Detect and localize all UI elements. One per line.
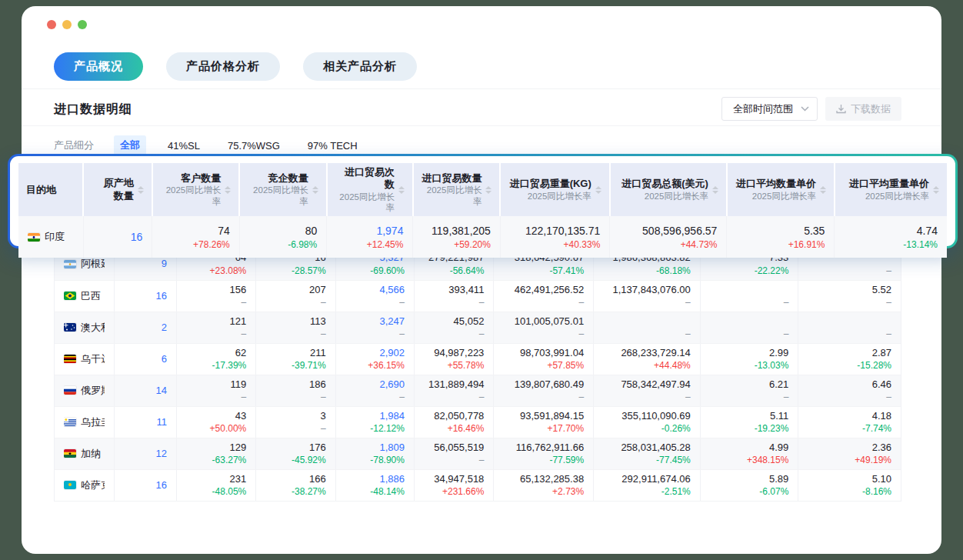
table-row-brazil: 巴西16156–207–4,566–393,411–462,491,256.52…: [55, 280, 901, 312]
minimize-window-icon[interactable]: [62, 20, 72, 29]
avg-quantity-price-cell: 4.99+348.15%: [700, 438, 798, 469]
flag-argentina-icon: [64, 260, 76, 268]
flag-kazakhstan-icon: [64, 481, 76, 489]
tab-bar: 产品概况产品价格分析相关产品分析: [54, 52, 417, 81]
filter-option-75.7%WSG[interactable]: 75.7%WSG: [222, 137, 286, 155]
trade-count-cell[interactable]: 1,984-12.12%: [335, 406, 414, 438]
origin-count-cell[interactable]: 2: [114, 312, 176, 343]
filter-label: 产品细分: [54, 138, 94, 152]
sort-icon[interactable]: [485, 186, 491, 194]
column-header-avg-quantity-price[interactable]: 进口平均数量单价2025同比增长率: [727, 163, 835, 216]
download-label: 下载数据: [851, 102, 891, 116]
sort-icon[interactable]: [138, 186, 144, 194]
tab-相关产品分析[interactable]: 相关产品分析: [303, 52, 417, 81]
filter-option-41%SL[interactable]: 41%SL: [162, 137, 206, 155]
flag-ghana-icon: [64, 449, 76, 458]
divider: [22, 125, 941, 126]
origin-count-cell[interactable]: 16: [114, 280, 176, 312]
trade-quantity-cell: 45,052–: [414, 312, 493, 343]
origin-count-cell[interactable]: 14: [114, 375, 176, 406]
sort-icon[interactable]: [312, 186, 318, 194]
table-controls: 全部时间范围 下载数据: [721, 97, 901, 121]
customer-count-cell: 231-48.05%: [176, 469, 255, 501]
origin-count-cell[interactable]: 16: [83, 216, 152, 258]
trade-count-cell[interactable]: 1,974+12.45%: [327, 216, 413, 258]
avg-quantity-price-cell: 5.89-6.07%: [700, 469, 798, 501]
highlighted-table-section: 目的地原产地数量客户数量2025同比增长率竞企数量2025同比增长率进口贸易次数…: [8, 154, 958, 248]
avg-weight-price-cell: –: [798, 312, 901, 343]
flag-uganda-icon: [64, 355, 76, 363]
destination-cell: 哈萨克斯坦: [55, 469, 114, 501]
destination-cell: 澳大利亚: [55, 312, 114, 343]
trade-count-cell[interactable]: 4,566–: [335, 280, 414, 312]
column-header-customer-count[interactable]: 客户数量2025同比增长率: [152, 163, 239, 216]
table-row-kazakhstan: 哈萨克斯坦16231-48.05%166-38.27%1,886-48.14%3…: [55, 469, 901, 501]
competitor-count-cell: 176-45.92%: [256, 438, 335, 469]
trade-quantity-cell: 94,987,223+55.78%: [414, 343, 493, 375]
trade-count-cell[interactable]: 3,247–: [335, 312, 414, 343]
competitor-count-cell: 80-6.98%: [239, 216, 326, 258]
flag-india-icon: [28, 233, 40, 242]
destination-cell: 印度: [18, 216, 83, 258]
trade-quantity-cell: 393,411–: [414, 280, 493, 312]
import-data-table: 阿根廷964+23.08%16-28.57%5,327-69.60%279,22…: [54, 248, 901, 502]
customer-count-cell: 74+78.26%: [152, 216, 239, 258]
trade-count-cell[interactable]: 2,902+36.15%: [335, 343, 414, 375]
avg-quantity-price-cell: 6.21–: [700, 375, 798, 406]
origin-count-cell[interactable]: 16: [114, 469, 176, 501]
table-row-australia: 澳大利亚2121–113–3,247–45,052–101,005,075.01…: [55, 312, 901, 343]
competitor-count-cell: 186–: [256, 375, 335, 406]
trade-quantity-cell: 119,381,205+59.20%: [413, 216, 500, 258]
filter-option-97% TECH[interactable]: 97% TECH: [302, 137, 364, 155]
destination-cell: 乌拉圭: [55, 406, 114, 438]
sort-icon[interactable]: [225, 186, 231, 194]
trade-count-cell[interactable]: 2,690–: [335, 375, 414, 406]
close-window-icon[interactable]: [47, 20, 56, 29]
column-header-trade-quantity[interactable]: 进口贸易数量2025同比增长率: [413, 163, 500, 216]
column-header-avg-weight-price[interactable]: 进口平均重量单价2025同比增长率: [835, 163, 947, 216]
column-header-trade-amount[interactable]: 进口贸易总额(美元)2025同比增长率: [610, 163, 727, 216]
sort-icon[interactable]: [933, 186, 939, 194]
trade-quantity-cell: 34,947,518+231.66%: [414, 469, 493, 501]
tab-产品概况[interactable]: 产品概况: [54, 52, 143, 81]
column-header-competitor-count[interactable]: 竞企数量2025同比增长率: [239, 163, 326, 216]
avg-weight-price-cell: 4.74-13.14%: [835, 216, 947, 258]
column-header-origin-count[interactable]: 原产地数量: [83, 163, 152, 216]
maximize-window-icon[interactable]: [78, 20, 87, 29]
customer-count-cell: 129-63.27%: [176, 438, 255, 469]
highlight-table: 目的地原产地数量客户数量2025同比增长率竞企数量2025同比增长率进口贸易次数…: [18, 163, 947, 258]
origin-count-cell[interactable]: 6: [114, 343, 176, 375]
destination-cell: 乌干达: [55, 343, 114, 375]
country-name: 阿根廷: [81, 257, 105, 271]
trade-quantity-cell: 56,055,519–: [414, 438, 493, 469]
time-range-select[interactable]: 全部时间范围: [721, 97, 818, 121]
country-name: 巴西: [81, 289, 101, 303]
competitor-count-cell: 3–: [256, 406, 335, 438]
column-header-trade-count[interactable]: 进口贸易次数2025同比增长率: [327, 163, 413, 216]
trade-amount-cell: 508,596,956.57+44.73%: [610, 216, 727, 258]
sort-icon[interactable]: [595, 186, 601, 194]
country-name: 加纳: [81, 447, 101, 461]
page-title: 进口数据明细: [54, 102, 132, 118]
origin-count-cell[interactable]: 12: [114, 438, 176, 469]
sort-icon[interactable]: [820, 186, 826, 194]
origin-count-cell[interactable]: 11: [114, 406, 176, 438]
trade-count-cell[interactable]: 1,809-78.90%: [335, 438, 414, 469]
country-name: 澳大利亚: [81, 321, 105, 335]
column-header-trade-weight[interactable]: 进口贸易重量(KG)2025同比增长率: [500, 163, 609, 216]
trade-amount-cell: 258,031,405.28-77.45%: [594, 438, 701, 469]
download-data-button[interactable]: 下载数据: [825, 97, 901, 121]
trade-amount-cell: 355,110,090.69-0.26%: [594, 406, 701, 438]
trade-count-cell[interactable]: 1,886-48.14%: [335, 469, 414, 501]
trade-amount-cell: 758,342,497.94–: [594, 375, 701, 406]
highlight-row-india: 印度1674+78.26%80-6.98%1,974+12.45%119,381…: [18, 216, 947, 258]
tab-产品价格分析[interactable]: 产品价格分析: [166, 52, 280, 81]
filter-option-全部[interactable]: 全部: [114, 135, 146, 155]
sort-icon[interactable]: [398, 186, 405, 194]
window-traffic-lights: [47, 20, 87, 29]
sort-icon[interactable]: [712, 186, 718, 194]
country-name: 乌干达: [81, 352, 105, 366]
download-icon: [836, 104, 846, 114]
flag-russia-icon: [64, 386, 76, 395]
table-header-row: 目的地原产地数量客户数量2025同比增长率竞企数量2025同比增长率进口贸易次数…: [18, 163, 947, 216]
